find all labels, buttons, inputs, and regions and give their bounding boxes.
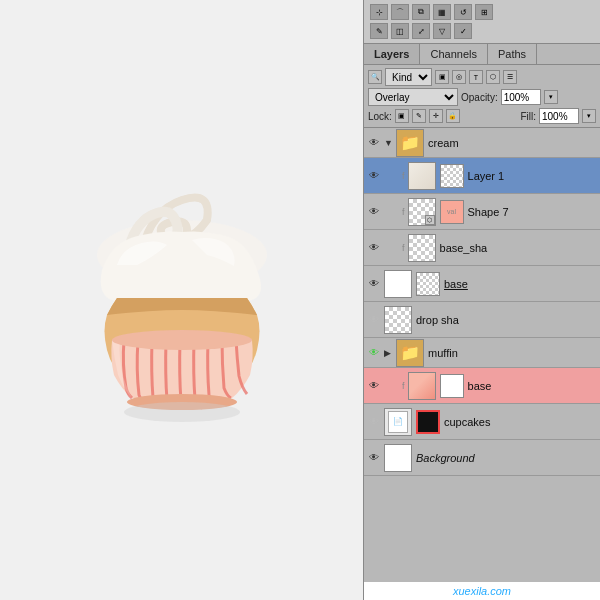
shape-icon[interactable]: ⬡ [486,70,500,84]
visibility-icon-cupcakes[interactable]: 👁 [366,414,382,430]
toolbar-row-2: ✎ ◫ ⤢ ▽ ✓ [370,23,594,39]
opacity-arrow-icon[interactable]: ▾ [544,90,558,104]
fill-arrow-icon[interactable]: ▾ [582,109,596,123]
lock-pixels-icon[interactable]: ✎ [412,109,426,123]
top-toolbar: ⊹ ⌒ ⧉ ▦ ↺ ⊞ ✎ ◫ ⤢ ▽ ✓ [364,0,600,44]
gradient-tool-icon[interactable]: ▦ [433,4,451,20]
thumb-shape7: ⬡ [408,198,436,226]
layer-name-drop-sha: drop sha [414,314,598,326]
layer-row-background[interactable]: 👁 Background [364,440,600,476]
thumb-base1 [384,270,412,298]
layer-name-shape7: Shape 7 [466,206,598,218]
layer-name-background: Background [414,452,598,464]
visibility-icon-cream[interactable]: 👁 [366,135,382,151]
lasso-tool-icon[interactable]: ⌒ [391,4,409,20]
type-icon[interactable]: T [469,70,483,84]
layer-row-drop-sha[interactable]: 👁 drop sha [364,302,600,338]
layer-controls: 🔍 Kind ▣ ◎ T ⬡ ☰ Overlay Normal Multiply… [364,65,600,128]
svg-point-1 [112,330,252,350]
layer-name-cupcakes: cupcakes [442,416,598,428]
layer-name-base1: base [442,278,598,290]
thumb-drop-sha [384,306,412,334]
layer-row-cupcakes[interactable]: 👁 📄 cupcakes [364,404,600,440]
lock-transparent-icon[interactable]: ▣ [395,109,409,123]
tab-layers[interactable]: Layers [364,44,420,64]
mask-base2 [440,374,464,398]
move-tool-icon[interactable]: ⊹ [370,4,388,20]
tab-channels[interactable]: Channels [420,44,487,64]
visibility-icon-base1[interactable]: 👁 [366,276,382,292]
layer-row-muffin-group[interactable]: 👁 ▶ 📁 muffin [364,338,600,368]
thumb-base2 [408,372,436,400]
visibility-icon-base-sha[interactable]: 👁 [366,240,382,256]
opacity-label: Opacity: [461,92,498,103]
shape-indicator: ⬡ [425,215,435,225]
cupcake-illustration [52,140,312,460]
thumb-layer1 [408,162,436,190]
watermark: xuexila.com [364,582,600,600]
visibility-icon-background[interactable]: 👁 [366,450,382,466]
layer-name-cream: cream [426,137,598,149]
fx-icon-base-sha: f [402,243,405,253]
check-icon[interactable]: ✓ [454,23,472,39]
fill-input[interactable] [539,108,579,124]
visibility-icon-shape7[interactable]: 👁 [366,204,382,220]
kind-row: 🔍 Kind ▣ ◎ T ⬡ ☰ [368,68,596,86]
pixel-icon[interactable]: ▣ [435,70,449,84]
lock-all-icon[interactable]: 🔒 [446,109,460,123]
thumb-background [384,444,412,472]
tab-paths[interactable]: Paths [488,44,537,64]
grid-icon[interactable]: ⊞ [475,4,493,20]
layer-row-shape7[interactable]: 👁 f ⬡ val Shape 7 [364,194,600,230]
thumb-muffin-group: 📁 [396,339,424,367]
canvas-area [0,0,363,600]
fx-icon-shape7: f [402,207,405,217]
mask-layer1 [440,164,464,188]
crop-tool-icon[interactable]: ⧉ [412,4,430,20]
layer-row-layer1[interactable]: 👁 f Layer 1 [364,158,600,194]
refresh-icon[interactable]: ↺ [454,4,472,20]
adjust-icon[interactable]: ◎ [452,70,466,84]
smart-icon[interactable]: ☰ [503,70,517,84]
mask-base1 [416,272,440,296]
link-icon-layer1: f [402,171,405,181]
lock-row: Lock: ▣ ✎ ✛ 🔒 Fill: ▾ [368,108,596,124]
panel-tabs: Layers Channels Paths [364,44,600,65]
visibility-icon-layer1[interactable]: 👁 [366,168,382,184]
mask-cupcakes [416,410,440,434]
expand-icon-muffin[interactable]: ▶ [384,348,394,358]
warp-icon[interactable]: ⤢ [412,23,430,39]
watermark-text: xuexila.com [453,585,511,597]
layer-row-base1[interactable]: 👁 base [364,266,600,302]
lock-position-icon[interactable]: ✛ [429,109,443,123]
lock-label: Lock: [368,111,392,122]
kind-select[interactable]: Kind [385,68,432,86]
thumb-base-sha [408,234,436,262]
mask-icon[interactable]: ◫ [391,23,409,39]
layer-name-layer1: Layer 1 [466,170,598,182]
opacity-input[interactable] [501,89,541,105]
mask-shape7: val [440,200,464,224]
blend-row: Overlay Normal Multiply Opacity: ▾ [368,88,596,106]
visibility-icon-base2[interactable]: 👁 [366,378,382,394]
expand-icon-cream[interactable]: ▼ [384,138,394,148]
layer-row-base-sha[interactable]: 👁 f base_sha [364,230,600,266]
layer-row-base2[interactable]: 👁 f base [364,368,600,404]
layer-name-muffin: muffin [426,347,598,359]
arrow-icon[interactable]: ▽ [433,23,451,39]
blend-mode-select[interactable]: Overlay Normal Multiply [368,88,458,106]
thumb-cupcakes: 📄 [384,408,412,436]
layer-name-base2: base [466,380,598,392]
toolbar-row-1: ⊹ ⌒ ⧉ ▦ ↺ ⊞ [370,4,594,20]
doc-icon: 📄 [388,411,408,433]
visibility-icon-drop-sha[interactable]: 👁 [366,312,382,328]
visibility-icon-muffin[interactable]: 👁 [366,345,382,361]
layer-name-base-sha: base_sha [438,242,598,254]
fill-label: Fill: [520,111,536,122]
pen-icon[interactable]: ✎ [370,23,388,39]
layer-row-cream-group[interactable]: 👁 ▼ 📁 cream [364,128,600,158]
layers-panel: ⊹ ⌒ ⧉ ▦ ↺ ⊞ ✎ ◫ ⤢ ▽ ✓ Layers Channels Pa… [363,0,600,600]
search-icon: 🔍 [368,70,382,84]
layers-list: 👁 ▼ 📁 cream 👁 f Layer 1 👁 f ⬡ val Shape … [364,128,600,582]
link-icon-base2: f [402,381,405,391]
